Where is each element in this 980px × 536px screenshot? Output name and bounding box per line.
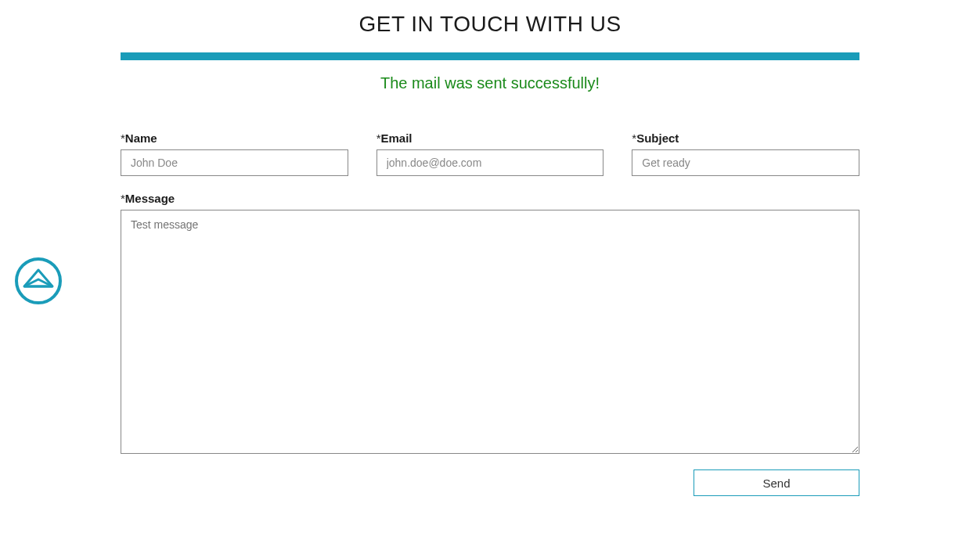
- email-label: *Email: [377, 131, 604, 145]
- name-input[interactable]: [121, 149, 348, 176]
- contact-form-container: GET IN TOUCH WITH US The mail was sent s…: [121, 0, 859, 496]
- svg-point-0: [16, 259, 60, 303]
- message-label: *Message: [121, 192, 859, 205]
- page-title: GET IN TOUCH WITH US: [121, 12, 859, 37]
- divider: [121, 52, 859, 60]
- subject-input[interactable]: [632, 149, 859, 176]
- button-row: Send: [121, 469, 859, 496]
- message-group: *Message: [121, 192, 859, 454]
- name-label: *Name: [121, 131, 348, 145]
- send-button[interactable]: Send: [694, 469, 859, 496]
- success-message: The mail was sent successfully!: [121, 74, 859, 92]
- email-input[interactable]: [377, 149, 604, 176]
- envelope-circle-icon[interactable]: [15, 257, 62, 304]
- message-textarea[interactable]: [121, 210, 859, 454]
- subject-group: *Subject: [632, 131, 859, 176]
- name-group: *Name: [121, 131, 348, 176]
- subject-label: *Subject: [632, 131, 859, 145]
- form-row-top: *Name *Email *Subject: [121, 131, 859, 176]
- email-group: *Email: [377, 131, 604, 176]
